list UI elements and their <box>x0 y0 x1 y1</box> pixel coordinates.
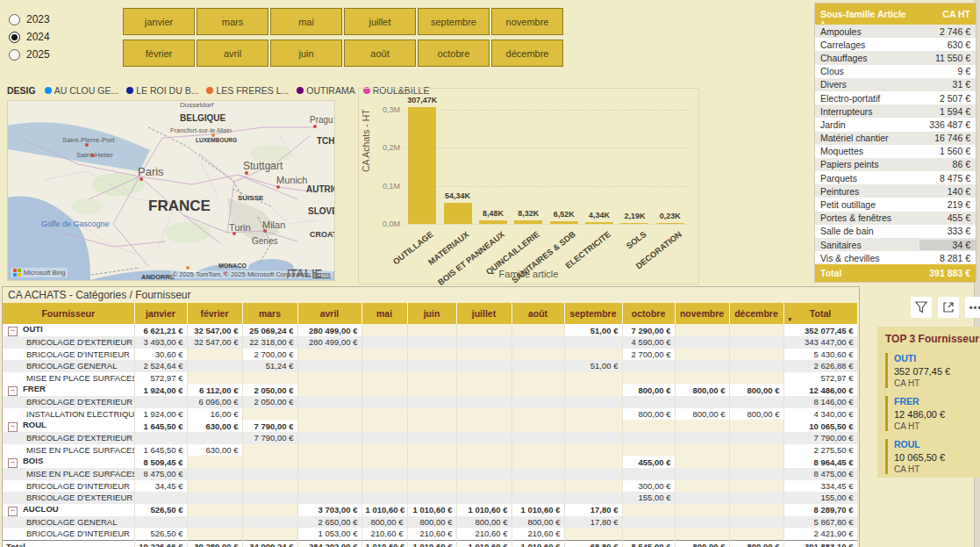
matrix-cell[interactable] <box>511 336 564 349</box>
matrix-cell[interactable] <box>297 480 361 493</box>
matrix-cell[interactable]: 155,00 € <box>622 492 675 504</box>
matrix-cell[interactable] <box>297 384 361 396</box>
matrix-column-header-août[interactable]: août <box>511 303 564 324</box>
matrix-cell[interactable] <box>297 456 361 468</box>
matrix-cell[interactable]: 352 077,45 € <box>783 324 857 336</box>
matrix-cell[interactable] <box>187 480 242 493</box>
matrix-cell[interactable]: 22 318,00 € <box>242 336 297 349</box>
matrix-cell[interactable]: 800,00 € <box>675 540 729 547</box>
bar-electricite[interactable] <box>585 222 613 224</box>
month-button-octobre[interactable]: octobre <box>418 40 490 67</box>
legend-item-les-freres-l-[interactable]: LES FRERES L... <box>206 85 289 96</box>
matrix-cell[interactable] <box>622 396 675 408</box>
matrix-cell[interactable]: 2 421,90 € <box>783 528 857 540</box>
matrix-cell[interactable] <box>675 504 729 516</box>
subfamily-row[interactable]: Electro-portatif2 507 € <box>815 91 976 104</box>
matrix-cell[interactable] <box>622 468 675 480</box>
matrix-column-header-mai[interactable]: mai <box>361 303 407 324</box>
matrix-cell[interactable] <box>361 468 407 480</box>
matrix-cell[interactable]: 210,60 € <box>511 528 564 540</box>
matrix-cell[interactable]: 300,00 € <box>622 480 675 493</box>
matrix-row-label[interactable]: BRICOLAGE D'EXTERIEUR <box>3 492 134 504</box>
matrix-column-header-janvier[interactable]: janvier <box>134 303 187 324</box>
matrix-cell[interactable]: 1 645,50 € <box>134 420 187 432</box>
matrix-cell[interactable]: 34 909,24 € <box>242 540 297 547</box>
matrix-cell[interactable] <box>511 396 564 408</box>
legend-item-le-roi-du-b-[interactable]: LE ROI DU B... <box>126 85 198 96</box>
matrix-cell[interactable] <box>297 360 361 372</box>
matrix-column-header-juillet[interactable]: juillet <box>456 303 511 324</box>
matrix-cell[interactable]: 210,60 € <box>361 528 407 540</box>
matrix-cell[interactable]: 3 493,00 € <box>134 336 187 349</box>
matrix-cell[interactable]: 8 289,70 € <box>783 504 857 516</box>
matrix-cell[interactable]: 1 053,00 € <box>297 528 361 540</box>
matrix-cell[interactable] <box>564 492 622 504</box>
map-location-dot[interactable] <box>276 185 280 189</box>
matrix-cell[interactable]: 4 340,00 € <box>783 408 857 421</box>
matrix-cell[interactable] <box>729 396 783 408</box>
matrix-cell[interactable]: 630,00 € <box>187 420 242 432</box>
matrix-cell[interactable] <box>729 444 783 457</box>
matrix-cell[interactable]: 2 050,00 € <box>242 384 297 396</box>
subfamily-row[interactable]: Parquets8 475 € <box>815 171 976 184</box>
bar-outillage[interactable] <box>408 107 436 224</box>
bar-bois-et-panneaux[interactable] <box>479 220 507 224</box>
matrix-cell[interactable]: 8 964,45 € <box>783 456 857 468</box>
matrix-cell[interactable]: 1 010,60 € <box>407 504 456 516</box>
matrix-cell[interactable]: 51,00 € <box>564 324 622 336</box>
matrix-cell[interactable]: 1 010,60 € <box>456 504 511 516</box>
matrix-cell[interactable]: 210,60 € <box>456 528 511 540</box>
matrix-cell[interactable]: 2 626,88 € <box>783 360 857 372</box>
matrix-cell[interactable] <box>622 372 675 385</box>
matrix-cell[interactable]: 6 112,00 € <box>187 384 242 396</box>
map-location-dot[interactable] <box>313 125 317 128</box>
collapse-icon[interactable]: − <box>8 422 18 432</box>
matrix-row-label[interactable]: INSTALLATION ELECTRIQUE <box>3 408 134 421</box>
matrix-cell[interactable]: 800,00 € <box>622 384 675 396</box>
matrix-cell[interactable]: 800,00 € <box>675 408 729 421</box>
matrix-cell[interactable] <box>407 408 456 421</box>
matrix-cell[interactable] <box>187 372 242 385</box>
matrix-row-label[interactable]: BRICOLAGE D'INTERIEUR <box>3 480 134 493</box>
matrix-cell[interactable] <box>456 384 511 396</box>
matrix-cell[interactable] <box>297 444 361 457</box>
matrix-cell[interactable] <box>187 432 242 444</box>
matrix-cell[interactable] <box>564 480 622 493</box>
matrix-cell[interactable]: 280 499,00 € <box>297 336 361 349</box>
matrix-cell[interactable] <box>297 432 361 444</box>
matrix-cell[interactable] <box>675 516 729 529</box>
matrix-cell[interactable] <box>407 396 456 408</box>
matrix-cell[interactable]: 572,97 € <box>134 372 187 385</box>
matrix-row-label[interactable]: BRICOLAGE D'EXTERIEUR <box>3 396 134 408</box>
matrix-cell[interactable]: 10 065,50 € <box>783 420 857 432</box>
matrix-cell[interactable] <box>407 336 456 349</box>
matrix-cell[interactable] <box>361 324 407 336</box>
matrix-row-label[interactable]: BRICOLAGE D'INTERIEUR <box>3 349 134 361</box>
map-location-dot[interactable] <box>186 266 190 270</box>
matrix-cell[interactable] <box>564 432 622 444</box>
matrix-column-header-octobre[interactable]: octobre <box>622 303 675 324</box>
matrix-row-label[interactable]: MISE EN PLACE SURFACES <box>3 372 134 385</box>
matrix-cell[interactable] <box>622 516 675 529</box>
matrix-cell[interactable]: 630,00 € <box>187 444 242 457</box>
matrix-column-header-novembre[interactable]: novembre <box>675 303 729 324</box>
matrix-cell[interactable] <box>242 444 297 457</box>
subfamily-row[interactable]: Ampoules2 746 € <box>815 25 976 38</box>
matrix-cell[interactable]: 800,00 € <box>361 516 407 529</box>
month-button-avril[interactable]: avril <box>197 40 268 67</box>
matrix-cell[interactable] <box>456 492 511 504</box>
matrix-column-header-septembre[interactable]: septembre <box>564 303 622 324</box>
top3-item-roul[interactable]: ROUL10 065,50 €CA HT <box>885 439 980 474</box>
matrix-cell[interactable]: 1 010,60 € <box>407 540 456 547</box>
matrix-column-header-fournisseur[interactable]: Fournisseur <box>3 303 134 324</box>
matrix-cell[interactable] <box>675 396 729 408</box>
matrix-cell[interactable]: 1 924,00 € <box>134 384 187 396</box>
matrix-cell[interactable] <box>511 420 564 432</box>
matrix-cell[interactable]: 1 010,60 € <box>511 540 564 547</box>
matrix-cell[interactable] <box>407 456 456 468</box>
matrix-column-header-juin[interactable]: juin <box>407 303 456 324</box>
matrix-cell[interactable] <box>564 372 622 385</box>
matrix-cell[interactable] <box>187 492 242 504</box>
matrix-cell[interactable] <box>361 396 407 408</box>
matrix-cell[interactable]: 12 486,00 € <box>783 384 857 396</box>
